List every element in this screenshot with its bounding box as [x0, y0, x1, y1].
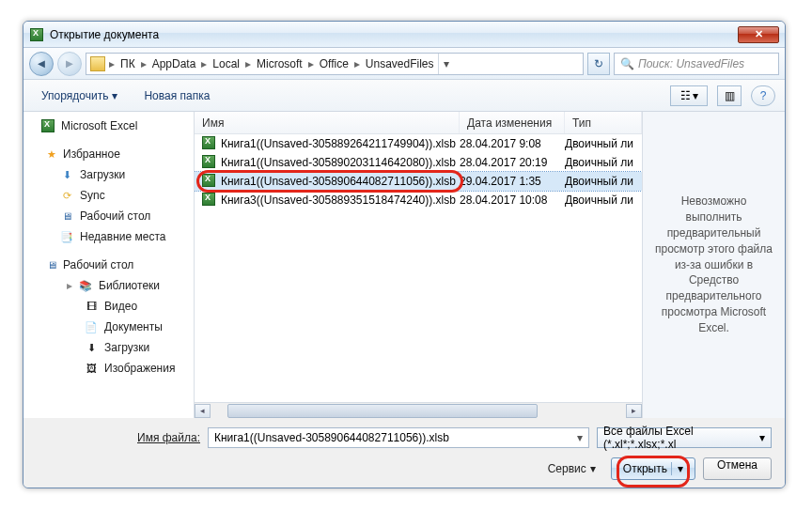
column-header-type[interactable]: Тип [565, 112, 642, 133]
organize-button[interactable]: Упорядочить▾ [33, 85, 126, 107]
excel-icon [40, 118, 55, 133]
scroll-right-button[interactable]: ▸ [626, 404, 642, 418]
sidebar-item[interactable]: 📑Недавние места [31, 226, 194, 247]
xlsb-icon [202, 136, 217, 151]
sidebar-group-favorites[interactable]: ★Избранное [31, 144, 194, 164]
document-icon: 📄 [84, 319, 99, 334]
toolbar: Упорядочить▾ Новая папка ☷▾ ▥ ? [23, 80, 785, 112]
chevron-down-icon[interactable]: ▾ [577, 431, 583, 444]
file-row[interactable]: Книга3((Unsaved-305889351518474240)).xls… [195, 191, 642, 209]
breadcrumb-item[interactable]: Local [211, 57, 242, 70]
preview-pane-button[interactable]: ▥ [717, 85, 742, 106]
close-button[interactable]: ✕ [738, 26, 779, 43]
file-row[interactable]: Книга1((Unsaved-305890644082711056)).xls… [195, 172, 642, 191]
xlsb-icon [202, 174, 217, 189]
bottom-panel: Имя файла: Книга1((Unsaved-3058906440827… [23, 418, 785, 488]
sidebar-group-desktop[interactable]: 🖥Рабочий стол [31, 255, 194, 275]
view-mode-button[interactable]: ☷▾ [670, 85, 708, 106]
file-row[interactable]: Книга1((Unsaved-305889264211749904)).xls… [195, 134, 642, 153]
filename-input[interactable]: Книга1((Unsaved-305890644082711056)).xls… [208, 427, 589, 448]
preview-pane: Невозможно выполнить предварительный про… [642, 112, 785, 418]
breadcrumb[interactable]: ▸ ПК▸ AppData▸ Local▸ Microsoft▸ Office▸… [86, 53, 584, 75]
folder-icon [90, 56, 105, 71]
help-button[interactable]: ? [751, 85, 775, 106]
sidebar-item[interactable]: ⟳Sync [31, 185, 194, 206]
search-icon: 🔍 [620, 57, 634, 70]
chevron-down-icon[interactable]: ▾ [759, 431, 765, 444]
dialog-body: Microsoft Excel ★Избранное ⬇Загрузки ⟳Sy… [23, 112, 785, 418]
navigation-bar: ◄ ► ▸ ПК▸ AppData▸ Local▸ Microsoft▸ Off… [23, 48, 785, 80]
cancel-button[interactable]: Отмена [703, 457, 772, 480]
breadcrumb-item[interactable]: UnsavedFiles [364, 57, 436, 70]
filename-label: Имя файла: [37, 431, 200, 444]
file-list-pane: Имя Дата изменения Тип Книга1((Unsaved-3… [195, 112, 642, 418]
star-icon: ★ [44, 147, 59, 162]
xlsb-icon [202, 155, 217, 170]
window-title: Открытие документа [50, 28, 738, 41]
file-rows[interactable]: Книга1((Unsaved-305889264211749904)).xls… [195, 134, 642, 402]
chevron-down-icon: ▾ [590, 462, 596, 475]
sidebar-item[interactable]: 🖼Изображения [31, 358, 194, 379]
file-open-dialog: Открытие документа ✕ ◄ ► ▸ ПК▸ AppData▸ … [23, 21, 786, 488]
column-header-modified[interactable]: Дата изменения [460, 112, 565, 133]
navigation-sidebar[interactable]: Microsoft Excel ★Избранное ⬇Загрузки ⟳Sy… [23, 112, 195, 418]
search-placeholder: Поиск: UnsavedFiles [638, 57, 744, 70]
breadcrumb-item[interactable]: ПК [118, 57, 137, 70]
chevron-right-icon: ▸ [107, 57, 117, 70]
preview-error-text: Невозможно выполнить предварительный про… [652, 194, 775, 335]
libraries-icon: 📚 [78, 278, 93, 293]
sidebar-item[interactable]: 🎞Видео [31, 296, 194, 317]
column-headers: Имя Дата изменения Тип [195, 112, 642, 134]
sidebar-item[interactable]: 📄Документы [31, 317, 194, 337]
sidebar-item-excel[interactable]: Microsoft Excel [23, 116, 194, 136]
titlebar: Открытие документа ✕ [23, 22, 785, 48]
xlsb-icon [202, 193, 217, 208]
breadcrumb-item[interactable]: Microsoft [255, 57, 304, 70]
desktop-icon: 🖥 [59, 209, 74, 224]
sidebar-item[interactable]: ▸📚Библиотеки [31, 275, 194, 296]
sidebar-item[interactable]: 🖥Рабочий стол [31, 206, 194, 226]
breadcrumb-item[interactable]: Office [318, 57, 351, 70]
downloads-icon: ⬇ [84, 340, 99, 355]
horizontal-scrollbar[interactable]: ◂ ▸ [195, 402, 642, 418]
new-folder-button[interactable]: Новая папка [135, 85, 218, 107]
chevron-down-icon: ▾ [112, 89, 117, 102]
chevron-down-icon[interactable]: ▾ [671, 462, 683, 475]
file-row[interactable]: Книга1((Unsaved-305890203114642080)).xls… [195, 153, 642, 172]
refresh-button[interactable]: ↻ [587, 53, 610, 75]
sidebar-item[interactable]: ⬇Загрузки [31, 337, 194, 358]
forward-button[interactable]: ► [57, 52, 82, 76]
recent-icon: 📑 [59, 229, 74, 244]
breadcrumb-dropdown[interactable]: ▾ [438, 54, 455, 74]
column-header-name[interactable]: Имя [195, 112, 460, 133]
back-button[interactable]: ◄ [29, 52, 54, 76]
scroll-left-button[interactable]: ◂ [195, 404, 211, 418]
image-icon: 🖼 [84, 361, 99, 376]
video-icon: 🎞 [84, 299, 99, 314]
search-input[interactable]: 🔍 Поиск: UnsavedFiles [614, 53, 779, 75]
excel-app-icon [29, 27, 44, 42]
sync-icon: ⟳ [59, 188, 74, 203]
scroll-thumb[interactable] [227, 404, 538, 418]
sidebar-item[interactable]: ⬇Загрузки [31, 164, 194, 185]
service-button[interactable]: Сервис▾ [540, 459, 603, 478]
file-type-filter[interactable]: Все файлы Excel (*.xl*;*.xlsx;*.xl▾ [597, 427, 772, 448]
breadcrumb-item[interactable]: AppData [150, 57, 198, 70]
downloads-icon: ⬇ [59, 167, 74, 182]
desktop-icon: 🖥 [44, 257, 59, 272]
open-button[interactable]: Открыть▾ [611, 457, 695, 480]
